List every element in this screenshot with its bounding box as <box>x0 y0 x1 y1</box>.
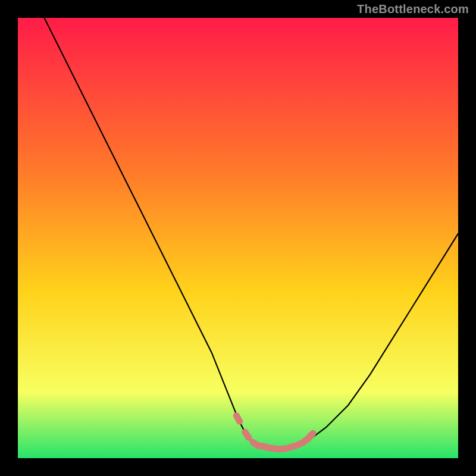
optimal-marker <box>279 449 286 449</box>
chart-plot-area <box>18 18 458 458</box>
watermark-label: TheBottleneck.com <box>357 2 469 16</box>
optimal-marker <box>253 442 258 446</box>
chart-frame: TheBottleneck.com <box>0 0 476 476</box>
optimal-marker <box>261 446 268 447</box>
gradient-background <box>18 18 458 458</box>
optimal-marker <box>308 433 313 438</box>
optimal-marker <box>270 448 277 449</box>
optimal-marker <box>288 446 295 448</box>
optimal-marker <box>245 432 249 437</box>
chart-svg <box>18 18 458 458</box>
optimal-marker <box>236 416 239 422</box>
